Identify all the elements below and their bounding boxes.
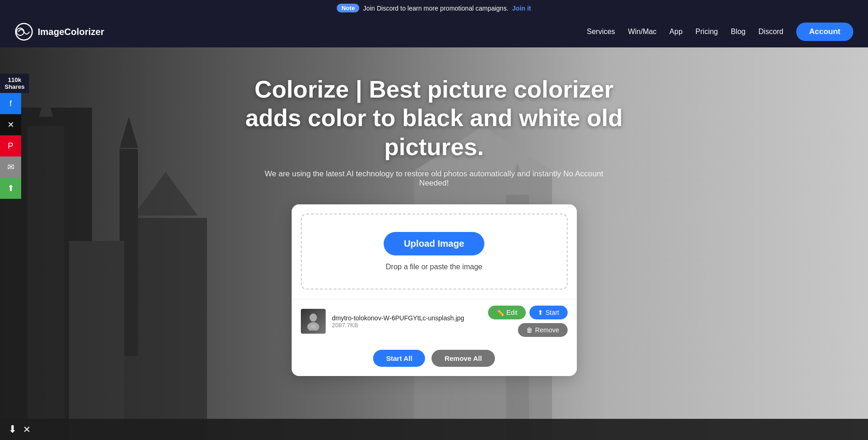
email-share-button[interactable]: ✉: [0, 156, 21, 178]
upload-card: Upload Image Drop a file or paste the im…: [292, 204, 577, 376]
facebook-icon: f: [9, 99, 11, 109]
start-button[interactable]: ⬆ Start: [529, 306, 568, 319]
twitter-icon: ✕: [7, 120, 14, 130]
hero-subtitle: We are using the latest AI technology to…: [259, 169, 609, 188]
remove-icon: 🗑: [526, 326, 533, 334]
svg-point-1: [17, 28, 24, 35]
card-bottom-actions: Start All Remove All: [292, 343, 577, 376]
download-icon[interactable]: ⬇: [8, 423, 17, 435]
note-badge: Note: [337, 4, 359, 12]
shares-number: 110k: [5, 76, 24, 83]
logo-area: ImageColorizer: [15, 23, 104, 41]
svg-point-14: [310, 313, 317, 322]
hero-section: Colorize | Best picture colorizer adds c…: [0, 47, 868, 440]
logo-icon: [15, 23, 33, 41]
nav-app[interactable]: App: [669, 28, 682, 35]
nav-services[interactable]: Services: [587, 28, 615, 35]
top-banner: Note Join Discord to learn more promotio…: [0, 0, 868, 16]
close-icon[interactable]: ✕: [23, 424, 31, 435]
start-all-button[interactable]: Start All: [373, 350, 425, 367]
file-size: 2087.7KB: [332, 322, 482, 329]
remove-btn-label: Remove: [535, 326, 559, 334]
join-link[interactable]: Join it: [512, 5, 531, 12]
drop-text: Drop a file or paste the image: [386, 263, 483, 271]
account-button[interactable]: Account: [796, 23, 853, 41]
logo-text: ImageColorizer: [38, 27, 104, 37]
file-info: dmytro-tolokonov-W-6PUFGYtLc-unsplash.jp…: [332, 314, 482, 329]
share-button[interactable]: ⬆: [0, 178, 21, 199]
navbar: ImageColorizer Services Win/Mac App Pric…: [0, 16, 868, 47]
hero-content: Colorize | Best picture colorizer adds c…: [0, 47, 868, 376]
facebook-share-button[interactable]: f: [0, 93, 21, 114]
hero-title: Colorize | Best picture colorizer adds c…: [227, 75, 641, 161]
remove-button[interactable]: 🗑 Remove: [518, 323, 567, 337]
bottom-bar: ⬇ ✕: [0, 419, 868, 440]
start-btn-label: Start: [546, 309, 559, 316]
remove-all-button[interactable]: Remove All: [431, 350, 494, 367]
nav-winmac[interactable]: Win/Mac: [628, 28, 656, 35]
banner-message: Join Discord to learn more promotional c…: [363, 5, 508, 12]
nav-links: Services Win/Mac App Pricing Blog Discor…: [587, 23, 853, 41]
nav-pricing[interactable]: Pricing: [696, 28, 718, 35]
file-name: dmytro-tolokonov-W-6PUFGYtLc-unsplash.jp…: [332, 314, 482, 322]
svg-rect-16: [311, 325, 316, 328]
edit-button[interactable]: ✏️ Edit: [488, 306, 526, 319]
social-sidebar: 110k Shares f ✕ P ✉ ⬆: [0, 74, 29, 199]
twitter-share-button[interactable]: ✕: [0, 114, 21, 135]
file-actions-top: ✏️ Edit ⬆ Start: [488, 306, 568, 319]
upload-drop-area[interactable]: Upload Image Drop a file or paste the im…: [301, 214, 568, 289]
file-thumb-inner: [301, 309, 326, 334]
pinterest-share-button[interactable]: P: [0, 135, 21, 156]
edit-icon: ✏️: [496, 309, 504, 316]
pinterest-icon: P: [8, 141, 13, 151]
email-icon: ✉: [7, 162, 14, 172]
edit-btn-label: Edit: [506, 309, 517, 316]
file-actions: ✏️ Edit ⬆ Start 🗑 Remove: [488, 306, 568, 337]
nav-blog[interactable]: Blog: [731, 28, 746, 35]
start-icon: ⬆: [538, 309, 543, 316]
social-shares-count: 110k Shares: [0, 74, 29, 93]
file-thumbnail: [301, 309, 326, 334]
shares-label: Shares: [5, 83, 24, 90]
file-item: dmytro-tolokonov-W-6PUFGYtLc-unsplash.jp…: [292, 299, 577, 343]
upload-image-button[interactable]: Upload Image: [384, 232, 484, 255]
nav-discord[interactable]: Discord: [759, 28, 783, 35]
share-icon: ⬆: [7, 183, 14, 193]
